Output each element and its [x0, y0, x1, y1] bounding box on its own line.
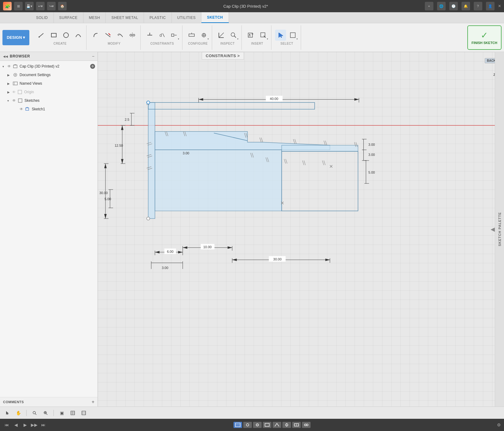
- measure-tool[interactable]: [216, 30, 227, 41]
- rectangle-tool[interactable]: [48, 30, 59, 41]
- footer-tool-5[interactable]: [273, 422, 281, 428]
- home-button[interactable]: 🏠: [58, 2, 67, 10]
- footer-tool-8[interactable]: [302, 422, 311, 428]
- tree-arrow-sketches[interactable]: ▾: [7, 99, 12, 102]
- tree-item-root[interactable]: ▾ 👁 Cap Clip (3D Printed) v2 ⚙: [0, 62, 97, 71]
- select-tool[interactable]: [275, 30, 286, 41]
- svg-marker-91: [199, 98, 203, 101]
- tab-surface[interactable]: SURFACE: [54, 12, 83, 23]
- updates-button[interactable]: 🕐: [449, 2, 458, 10]
- toolbar: SOLID SURFACE MESH SHEET METAL PLASTIC U…: [0, 12, 504, 52]
- palette-collapse-button[interactable]: ◀: [491, 226, 495, 233]
- finish-sketch-button[interactable]: ✓ FINISH SKETCH: [467, 25, 502, 50]
- svg-text:12.50: 12.50: [115, 144, 123, 147]
- constraints-label[interactable]: CONSTRAINTS >: [202, 52, 244, 60]
- tree-item-doc-settings[interactable]: ▶ Document Settings: [0, 71, 97, 79]
- canvas[interactable]: CONSTRAINTS >: [98, 52, 504, 407]
- footer-tool-4[interactable]: [263, 422, 271, 428]
- close-button[interactable]: ×: [498, 3, 501, 9]
- footer-tool-2[interactable]: [243, 422, 252, 428]
- render-tool[interactable]: [79, 409, 88, 417]
- tree-settings-root[interactable]: ⚙: [90, 64, 95, 69]
- offset-tool[interactable]: [115, 30, 126, 41]
- footer-first-button[interactable]: ⏮: [3, 421, 10, 429]
- save-button[interactable]: 💾▾: [25, 2, 34, 10]
- tree-eye-sketches[interactable]: 👁: [12, 98, 16, 103]
- tab-solid[interactable]: SOLID: [31, 12, 54, 23]
- undo-button[interactable]: ↩▾: [36, 2, 45, 10]
- footer-tool-7[interactable]: [292, 422, 301, 428]
- svg-line-77: [304, 160, 305, 165]
- profile-button[interactable]: 👤: [486, 2, 495, 10]
- tab-utilities[interactable]: UTILITIES: [172, 12, 202, 23]
- configure-tool-1[interactable]: [186, 30, 197, 41]
- grid-display-tool[interactable]: [68, 409, 77, 417]
- configure-label: CONFIGURE: [188, 42, 208, 45]
- cursor-tool[interactable]: [3, 409, 12, 417]
- line-tool[interactable]: [36, 30, 47, 41]
- select-dropdown[interactable]: [287, 30, 298, 41]
- tree-icon-sketches: [17, 98, 23, 103]
- modify-tools-row: [90, 30, 138, 41]
- svg-line-62: [260, 138, 261, 142]
- tree-arrow-root[interactable]: ▾: [2, 65, 7, 68]
- pan-tool[interactable]: ✋: [14, 409, 23, 417]
- insert-image-tool[interactable]: [245, 30, 256, 41]
- svg-rect-41: [26, 108, 29, 110]
- comments-add-button[interactable]: +: [92, 399, 94, 405]
- arc-tool[interactable]: [73, 30, 84, 41]
- zoom-fit-tool[interactable]: [41, 409, 50, 417]
- footer-tool-6[interactable]: [282, 422, 291, 428]
- notifications-button[interactable]: 🔔: [462, 2, 470, 10]
- footer-play-button[interactable]: ▶: [21, 421, 29, 429]
- help-online-button[interactable]: 🌐: [437, 2, 446, 10]
- mirror-tool[interactable]: [127, 30, 138, 41]
- footer-next-button[interactable]: ▶▶: [31, 421, 38, 429]
- design-dropdown-button[interactable]: DESIGN ▾: [2, 30, 29, 45]
- svg-marker-139: [121, 125, 123, 130]
- trim-tool[interactable]: [102, 30, 113, 41]
- svg-rect-2: [51, 33, 56, 37]
- toolbar-group-inspect: INSPECT: [213, 25, 242, 50]
- zoom-window-tool[interactable]: [30, 409, 39, 417]
- footer-last-button[interactable]: ⏭: [40, 421, 47, 429]
- tab-sketch[interactable]: SKETCH: [201, 12, 229, 23]
- tree-eye-sketch1[interactable]: 👁: [20, 107, 23, 111]
- tree-arrow-origin[interactable]: ▶: [7, 90, 12, 94]
- apps-button[interactable]: ⊞: [14, 2, 23, 10]
- tree-icon-sketch1: [24, 107, 31, 112]
- separator-2: [53, 410, 54, 416]
- tab-mesh[interactable]: MESH: [83, 12, 106, 23]
- tree-eye-root[interactable]: 👁: [7, 64, 11, 68]
- tab-plastic[interactable]: PLASTIC: [144, 12, 172, 23]
- browser-collapse-button[interactable]: ◀◀: [3, 54, 8, 59]
- footer-sketch-icon[interactable]: [234, 422, 242, 428]
- tree-eye-origin[interactable]: 👁: [12, 90, 16, 94]
- configure-dropdown[interactable]: [198, 30, 209, 41]
- browser-minus-button[interactable]: −: [92, 54, 94, 59]
- svg-line-66: [324, 141, 325, 145]
- svg-line-155: [46, 414, 47, 415]
- tab-sheet-metal[interactable]: SHEET METAL: [106, 12, 144, 23]
- add-tab-button[interactable]: +: [425, 2, 433, 10]
- display-mode-tool[interactable]: ▣: [57, 409, 66, 417]
- constraint-tool-1[interactable]: [144, 30, 155, 41]
- constraints-dropdown[interactable]: [169, 30, 180, 41]
- tree-arrow-doc-settings[interactable]: ▶: [7, 73, 12, 77]
- tree-item-named-views[interactable]: ▶ Named Views: [0, 79, 97, 88]
- footer-tool-3[interactable]: [253, 422, 262, 428]
- constraint-tool-2[interactable]: d: [156, 30, 167, 41]
- redo-button[interactable]: ↪▾: [47, 2, 56, 10]
- footer-prev-button[interactable]: ◀: [12, 421, 20, 429]
- footer-settings-button[interactable]: ⚙: [497, 422, 501, 427]
- tree-arrow-named-views[interactable]: ▶: [7, 82, 12, 85]
- circle-tool[interactable]: [61, 30, 72, 41]
- inspect-dropdown[interactable]: [228, 30, 239, 41]
- help-button[interactable]: ?: [474, 2, 482, 10]
- insert-dropdown[interactable]: [258, 30, 269, 41]
- fillet-tool[interactable]: [90, 30, 101, 41]
- tree-item-origin[interactable]: ▶ 👁 Origin: [0, 88, 97, 96]
- tree-item-sketches[interactable]: ▾ 👁 Sketches: [0, 96, 97, 105]
- tree-item-sketch1[interactable]: ▶ 👁 Sketch1: [0, 105, 97, 113]
- nav-cube[interactable]: BACK Z: [473, 58, 498, 83]
